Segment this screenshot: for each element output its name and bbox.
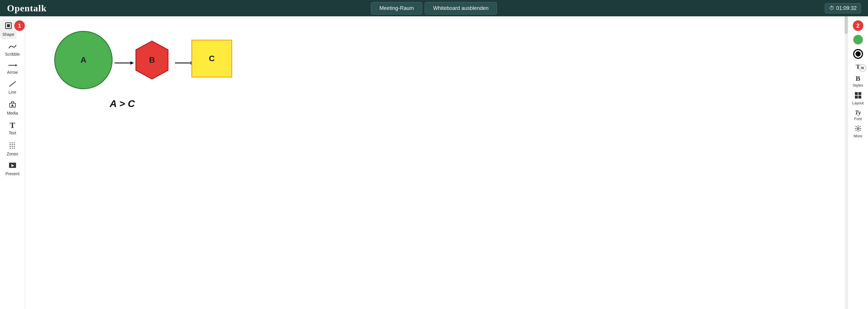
present-icon <box>8 162 17 170</box>
fill-color-indicator <box>853 34 863 45</box>
right-item-fill[interactable] <box>849 33 867 47</box>
hide-whiteboard-button[interactable]: Whiteboard ausblenden <box>425 2 497 14</box>
shape-hex-b[interactable]: B <box>133 40 171 80</box>
arrow-label: Arrow <box>7 70 18 75</box>
timer-display: ⏱ 01:09:32 <box>825 3 861 13</box>
media-icon <box>8 100 17 110</box>
right-sidebar: 2 T 36 B Styles <box>847 16 868 309</box>
whiteboard-text[interactable]: A > C <box>110 98 135 109</box>
arrow-icon <box>8 62 17 69</box>
svg-rect-20 <box>855 92 858 95</box>
header: Opentalk Meeting-Raum Whiteboard ausblen… <box>0 0 868 16</box>
clock-icon: ⏱ <box>829 5 834 11</box>
styles-label: Styles <box>853 83 863 88</box>
shape-circle-a[interactable]: A <box>54 31 113 89</box>
svg-marker-3 <box>16 64 17 66</box>
arrow-1 <box>114 59 134 69</box>
svg-line-4 <box>10 81 16 86</box>
line-icon <box>8 80 17 89</box>
sidebar-item-text[interactable]: T Text <box>2 119 23 138</box>
badge-2: 2 <box>853 21 863 31</box>
shape-a-label: A <box>81 56 86 65</box>
right-item-layout[interactable]: Layout <box>849 90 867 107</box>
right-item-stroke[interactable] <box>849 47 867 61</box>
stroke-inner <box>856 51 861 57</box>
meeting-room-button[interactable]: Meeting-Raum <box>371 2 422 14</box>
sidebar-item-scribble[interactable]: Scribble <box>2 41 23 59</box>
scribble-icon <box>8 44 17 51</box>
gear-icon <box>855 125 862 133</box>
sidebar-item-shape[interactable]: Shape <box>0 19 17 39</box>
shape-label: Shape <box>2 32 14 37</box>
stroke-indicator <box>853 49 863 59</box>
text-icon: T <box>10 121 15 130</box>
styles-icon: B <box>856 75 860 82</box>
media-label: Media <box>7 111 18 115</box>
shape-b-label: B <box>149 56 155 65</box>
sidebar-item-present[interactable]: Present <box>2 160 23 178</box>
svg-rect-21 <box>858 92 861 95</box>
zones-label: Zones <box>7 151 18 156</box>
font-size-value: 36 <box>859 64 866 72</box>
more-label: More <box>854 134 863 138</box>
text-label: Text <box>9 131 16 135</box>
sidebar-item-arrow[interactable]: Arrow <box>2 60 23 77</box>
svg-point-24 <box>857 128 859 130</box>
line-label: Line <box>8 90 16 95</box>
shape-icon <box>4 22 12 31</box>
scribble-label: Scribble <box>5 52 20 57</box>
svg-rect-22 <box>855 96 858 99</box>
right-item-font[interactable]: Ty Font <box>849 108 867 123</box>
font-label: Font <box>854 116 862 121</box>
main-layout: Shape 1 Scribble Arrow Line <box>0 16 868 309</box>
left-sidebar: Shape 1 Scribble Arrow Line <box>0 16 25 309</box>
logo: Opentalk <box>7 3 46 14</box>
shape-c-label: C <box>209 54 215 63</box>
shape-rect-c[interactable]: C <box>191 40 232 77</box>
badge-1: 1 <box>14 21 25 31</box>
whiteboard-canvas[interactable]: A B C A > C <box>25 16 847 309</box>
svg-rect-23 <box>858 96 861 99</box>
svg-rect-1 <box>7 24 10 27</box>
scrollbar-thumb[interactable] <box>845 16 847 34</box>
header-center: Meeting-Raum Whiteboard ausblenden <box>371 2 497 14</box>
zones-icon <box>8 141 17 150</box>
layout-icon <box>854 92 862 100</box>
present-label: Present <box>5 171 19 176</box>
font-icon: Ty <box>855 109 861 116</box>
right-item-more[interactable]: More <box>849 123 867 140</box>
sidebar-item-zones[interactable]: Zones <box>2 139 23 159</box>
layout-label: Layout <box>852 101 864 105</box>
sidebar-item-media[interactable]: Media <box>2 98 23 118</box>
time-value: 01:09:32 <box>836 5 857 11</box>
right-item-fontsize[interactable]: T 36 <box>849 61 867 72</box>
scrollbar[interactable] <box>845 16 847 309</box>
sidebar-item-line[interactable]: Line <box>2 78 23 97</box>
right-item-styles[interactable]: B Styles <box>849 73 867 89</box>
